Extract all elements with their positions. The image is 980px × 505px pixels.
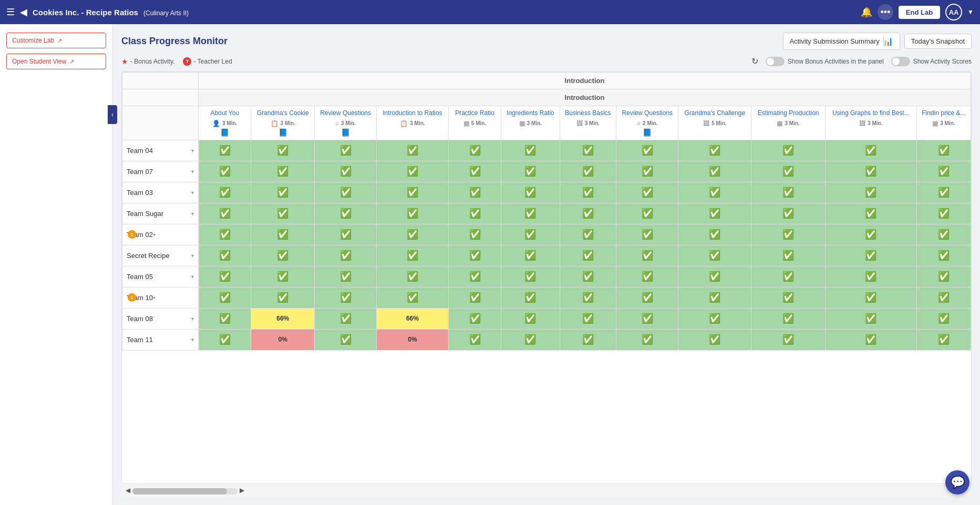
data-cell[interactable]: ✅ [199,203,251,224]
data-cell[interactable]: ✅ [751,308,825,329]
score-cell-yellow[interactable]: 66% [377,308,449,329]
expand-row-icon[interactable]: ▾ [153,295,156,301]
col-review-questions-2-label[interactable]: Review Questions [618,109,676,118]
more-options-icon[interactable]: ••• [878,4,893,20]
data-cell[interactable]: ✅ [251,266,315,287]
expand-row-icon[interactable]: ▾ [191,316,194,322]
data-cell[interactable]: ✅ [560,245,616,266]
data-cell[interactable]: ✅ [678,308,751,329]
data-cell[interactable]: ✅ [251,245,315,266]
data-cell[interactable]: ✅ [199,308,251,329]
data-cell[interactable]: ✅ [501,224,560,245]
data-cell[interactable]: ✅ [560,308,616,329]
expand-row-icon[interactable]: ▾ [191,253,194,259]
data-cell[interactable]: ✅ [616,308,678,329]
expand-row-icon[interactable]: ▾ [191,337,194,343]
data-cell[interactable]: ✅ [678,140,751,161]
data-cell[interactable]: ✅ [448,266,501,287]
data-cell[interactable]: ✅ [448,224,501,245]
data-cell[interactable]: ✅ [251,140,315,161]
data-cell[interactable]: ✅ [916,140,971,161]
expand-row-icon[interactable]: ▾ [191,169,194,174]
score-cell-red[interactable]: 0% [251,329,315,350]
scroll-left-arrow[interactable]: ◀ [126,487,130,494]
col-estimating-production-label[interactable]: Estimating Production [754,109,822,118]
horizontal-scrollbar[interactable] [132,488,238,494]
data-cell[interactable]: ✅ [315,203,377,224]
data-cell[interactable]: ✅ [377,203,449,224]
data-cell[interactable]: ✅ [199,140,251,161]
data-cell[interactable]: ✅ [560,224,616,245]
expand-row-icon[interactable]: ▾ [191,211,194,217]
data-cell[interactable]: ✅ [448,203,501,224]
data-cell[interactable]: ✅ [825,266,916,287]
data-cell[interactable]: ✅ [616,224,678,245]
data-cell[interactable]: ✅ [678,245,751,266]
data-cell[interactable]: ✅ [616,182,678,203]
scroll-right-arrow[interactable]: ▶ [240,487,244,494]
data-cell[interactable]: ✅ [825,224,916,245]
data-cell[interactable]: ✅ [199,287,251,308]
data-cell[interactable]: ✅ [251,224,315,245]
col-review-questions-1-label[interactable]: Review Questions [317,109,374,118]
data-cell[interactable]: ✅ [616,287,678,308]
data-cell[interactable]: ✅ [315,308,377,329]
expand-row-icon[interactable]: ▾ [191,190,194,195]
data-cell[interactable]: ✅ [825,245,916,266]
data-cell[interactable]: ✅ [377,182,449,203]
data-cell[interactable]: ✅ [501,140,560,161]
expand-row-icon[interactable]: ▾ [191,148,194,153]
data-cell[interactable]: ✅ [251,203,315,224]
data-cell[interactable]: ✅ [825,287,916,308]
data-cell[interactable]: ✅ [315,287,377,308]
score-cell-red[interactable]: 0% [377,329,449,350]
data-cell[interactable]: ✅ [315,161,377,182]
todays-snapshot-button[interactable]: Today's Snapshot [904,34,972,49]
show-bonus-toggle[interactable] [766,57,785,66]
data-cell[interactable]: ✅ [825,203,916,224]
data-cell[interactable]: ✅ [377,140,449,161]
sidebar-collapse-button[interactable]: ‹ [108,105,117,124]
data-cell[interactable]: ✅ [825,329,916,350]
data-cell[interactable]: ✅ [916,245,971,266]
data-cell[interactable]: ✅ [751,287,825,308]
data-cell[interactable]: ✅ [199,224,251,245]
data-cell[interactable]: ✅ [751,266,825,287]
refresh-icon[interactable]: ↻ [751,56,758,66]
chat-button[interactable]: 💬 [945,470,969,494]
data-cell[interactable]: ✅ [916,161,971,182]
data-cell[interactable]: ✅ [377,245,449,266]
activity-submission-summary-button[interactable]: Activity Submission Summary 📊 [783,33,900,50]
data-cell[interactable]: ✅ [916,224,971,245]
data-cell[interactable]: ✅ [616,161,678,182]
data-cell[interactable]: ✅ [678,161,751,182]
col-findin-price-label[interactable]: Findin price &... [919,109,968,118]
data-cell[interactable]: ✅ [448,287,501,308]
col-grandmas-challenge-label[interactable]: Grandma's Challenge [680,109,749,118]
data-cell[interactable]: ✅ [251,161,315,182]
data-cell[interactable]: ✅ [616,203,678,224]
col-ingredients-ratio-label[interactable]: Ingredients Ratio [503,109,557,118]
open-student-view-button[interactable]: Open Student View ↗ [6,54,106,69]
data-cell[interactable]: ✅ [448,245,501,266]
scrollbar-thumb[interactable] [132,488,227,494]
col-using-graphs-label[interactable]: Using Graphs to find Best... [828,109,914,118]
data-cell[interactable]: ✅ [825,182,916,203]
show-activity-scores-toggle[interactable] [891,57,910,66]
data-cell[interactable]: ✅ [751,182,825,203]
data-cell[interactable]: ✅ [501,203,560,224]
data-cell[interactable]: ✅ [678,182,751,203]
data-cell[interactable]: ✅ [751,161,825,182]
data-cell[interactable]: ✅ [501,266,560,287]
data-cell[interactable]: ✅ [916,203,971,224]
data-cell[interactable]: ✅ [560,266,616,287]
data-cell[interactable]: ✅ [560,203,616,224]
data-cell[interactable]: ✅ [678,287,751,308]
data-cell[interactable]: ✅ [377,287,449,308]
data-cell[interactable]: ✅ [751,245,825,266]
data-cell[interactable]: ✅ [616,329,678,350]
data-cell[interactable]: ✅ [501,245,560,266]
data-cell[interactable]: ✅ [501,308,560,329]
bell-icon[interactable]: 🔔 [861,6,872,18]
data-cell[interactable]: ✅ [377,161,449,182]
